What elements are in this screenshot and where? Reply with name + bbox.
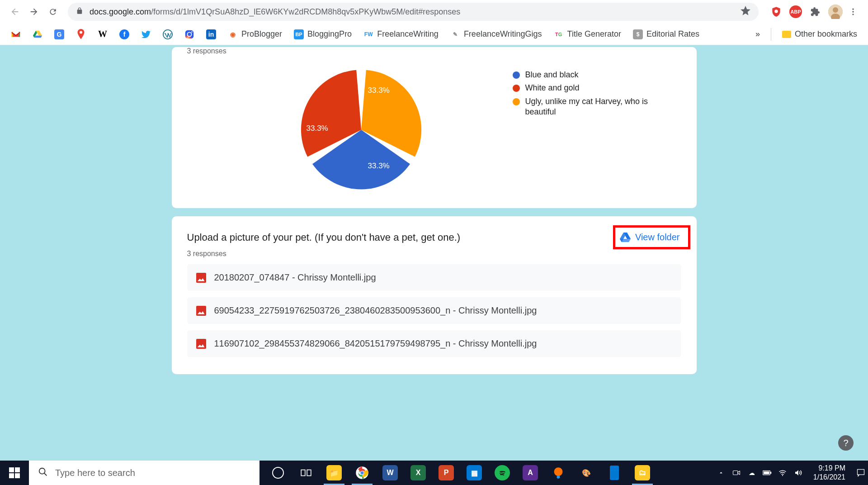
taskbar-app-generic1[interactable]: A	[516, 461, 544, 485]
taskbar-app-paint3d[interactable]	[544, 461, 572, 485]
address-bar[interactable]: docs.google.com/forms/d/1lmV1QrSuA8hzD_l…	[68, 3, 759, 21]
legend-dot-icon	[513, 85, 520, 92]
view-folder-button[interactable]: View folder	[613, 225, 690, 249]
taskbar-app-spotify[interactable]	[488, 461, 516, 485]
svg-point-0	[774, 10, 778, 13]
bookmark-maps[interactable]	[73, 28, 89, 41]
bookmark-freelancewritinggigs[interactable]: ✎FreelanceWritingGigs	[448, 28, 545, 41]
taskbar-app-word[interactable]: W	[376, 461, 404, 485]
svg-point-2	[833, 7, 838, 13]
start-button[interactable]	[0, 461, 29, 485]
legend-item[interactable]: Blue and black	[513, 70, 657, 80]
legend-item[interactable]: Ugly, unlike my cat Harvey, who is beaut…	[513, 96, 657, 118]
overflow-chevron-icon: »	[755, 29, 760, 39]
legend-item[interactable]: White and gold	[513, 83, 657, 93]
tray-meet-now-icon[interactable]	[732, 468, 741, 477]
task-view-button[interactable]	[292, 461, 320, 485]
taskbar-app-chrome[interactable]	[348, 461, 376, 485]
profile-avatar[interactable]	[828, 5, 843, 19]
windows-taskbar: Type here to search 📁 W X P ▦ A 🎨 🗂 ☁	[0, 461, 868, 485]
search-icon	[38, 467, 48, 479]
taskbar-search[interactable]: Type here to search	[29, 461, 259, 485]
taskbar-app-explorer[interactable]: 📁	[320, 461, 348, 485]
taskbar-app-yourphone[interactable]	[600, 461, 628, 485]
taskbar-app-fileexplorer[interactable]: 🗂	[628, 461, 656, 485]
tray-chevron-icon[interactable]	[717, 468, 726, 477]
tray-volume-icon[interactable]	[793, 468, 802, 477]
bookmark-wikipedia[interactable]: W	[95, 28, 110, 41]
scroll-area[interactable]: 3 responses 33.3% 33.3%	[0, 45, 868, 461]
cortana-button[interactable]	[264, 461, 292, 485]
svg-point-6	[852, 14, 854, 15]
browser-toolbar: docs.google.com/forms/d/1lmV1QrSuA8hzD_l…	[0, 0, 868, 24]
card-upload-responses: View folder Upload a picture of your pet…	[172, 216, 697, 374]
extensions-icon[interactable]	[808, 5, 822, 19]
taskbar-app-powerpoint[interactable]: P	[432, 461, 460, 485]
svg-rect-20	[733, 471, 738, 475]
bookmark-star-icon[interactable]	[741, 6, 750, 18]
url-host: docs.google.com	[90, 7, 151, 17]
file-response-row[interactable]: 69054233_2275919762503726_23804602835009…	[187, 297, 681, 324]
svg-rect-14	[301, 470, 305, 476]
file-response-row[interactable]: 20180207_074847 - Chrissy Montelli.jpg	[187, 264, 681, 291]
svg-point-24	[782, 475, 783, 476]
legend-label: Ugly, unlike my cat Harvey, who is beaut…	[525, 96, 657, 118]
svg-rect-25	[858, 470, 864, 475]
ublock-icon[interactable]	[769, 5, 783, 19]
abp-icon[interactable]: ABP	[789, 5, 802, 18]
svg-point-4	[852, 9, 854, 10]
bookmark-facebook[interactable]: f	[117, 28, 132, 41]
bookmark-linkedin[interactable]: in	[203, 28, 219, 41]
legend-dot-icon	[513, 71, 520, 79]
bookmark-editorialrates[interactable]: $Editorial Rates	[630, 28, 702, 41]
tray-battery-icon[interactable]	[763, 468, 772, 477]
tray-clock[interactable]: 9:19 PM 1/16/2021	[809, 464, 850, 482]
bookmark-label: FreelanceWriting	[377, 29, 439, 39]
forward-button[interactable]	[25, 3, 42, 20]
bookmark-twitter[interactable]	[138, 28, 154, 41]
svg-line-13	[44, 473, 47, 475]
windows-icon	[9, 467, 20, 478]
tray-date: 1/16/2021	[813, 473, 845, 482]
tray-time: 9:19 PM	[813, 464, 845, 473]
view-folder-label: View folder	[635, 232, 680, 242]
bookmark-gmail[interactable]	[8, 28, 24, 41]
image-icon	[196, 306, 206, 316]
bookmark-drive[interactable]	[30, 28, 45, 41]
legend-label: White and gold	[525, 83, 580, 93]
bookmark-instagram[interactable]	[182, 28, 197, 41]
question-icon: ?	[843, 438, 848, 448]
bookmark-wordpress[interactable]	[160, 28, 175, 41]
card-pie-responses: 3 responses 33.3% 33.3%	[172, 47, 697, 208]
file-response-row[interactable]: 116907102_298455374829066_84205151797594…	[187, 330, 681, 357]
tray-notifications-icon[interactable]	[856, 468, 865, 477]
bookmark-titlegenerator[interactable]: TGTitle Generator	[551, 28, 624, 41]
chart-legend: Blue and black White and gold Ugly, unli…	[513, 70, 657, 191]
pie-chart[interactable]: 33.3% 33.3% 33.3%	[300, 69, 422, 191]
bookmark-label: Title Generator	[567, 29, 621, 39]
system-tray: ☁ 9:19 PM 1/16/2021	[714, 464, 868, 482]
help-button[interactable]: ?	[838, 435, 854, 451]
tray-onedrive-icon[interactable]: ☁	[747, 468, 756, 477]
taskbar-app-paint[interactable]: 🎨	[572, 461, 600, 485]
bookmark-bloggingpro[interactable]: BPBloggingPro	[291, 28, 354, 41]
taskbar-apps: 📁 W X P ▦ A 🎨 🗂	[264, 461, 656, 485]
bookmark-translate[interactable]: G	[52, 28, 67, 41]
bookmark-freelancewriting[interactable]: FWFreelanceWriting	[361, 28, 441, 41]
taskbar-app-calculator[interactable]: ▦	[460, 461, 488, 485]
legend-dot-icon	[513, 98, 520, 105]
url-path: /forms/d/1lmV1QrSuA8hzD_lE6W6KYw2dRCDM8h…	[151, 7, 460, 17]
taskbar-app-excel[interactable]: X	[404, 461, 432, 485]
pie-slice-label: 33.3%	[307, 124, 328, 133]
bookmark-problogger[interactable]: ◉ProBlogger	[225, 28, 285, 41]
other-bookmarks[interactable]: Other bookmarks	[779, 28, 860, 41]
svg-rect-15	[307, 470, 311, 476]
chrome-menu-icon[interactable]	[844, 3, 862, 20]
back-button[interactable]	[6, 3, 24, 20]
search-placeholder: Type here to search	[55, 468, 135, 478]
bookmarks-overflow[interactable]: »	[753, 28, 763, 41]
folder-icon	[782, 31, 791, 38]
reload-button[interactable]	[44, 3, 61, 20]
tray-wifi-icon[interactable]	[778, 468, 787, 477]
file-name: 116907102_298455374829066_84205151797594…	[214, 338, 537, 349]
